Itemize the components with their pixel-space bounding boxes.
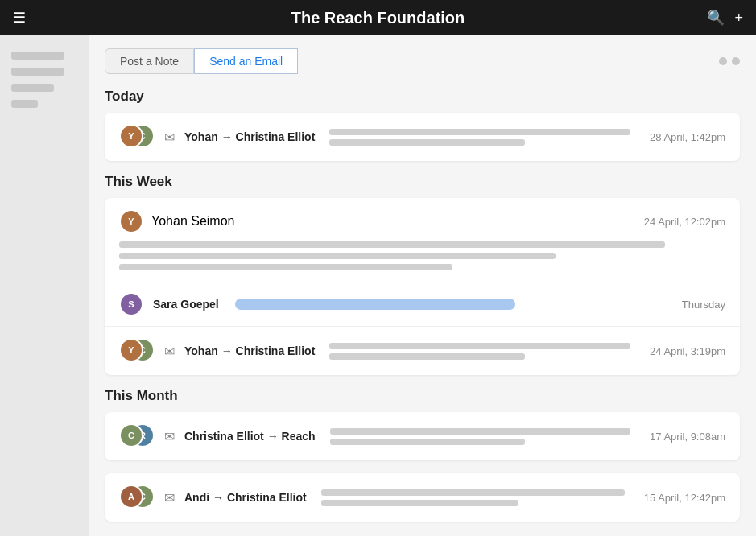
thismonth-card2: A C ✉ Andi → Christina Elliot 15 April, … <box>105 473 740 522</box>
avatar-yohan-w2: Y <box>119 338 143 362</box>
preview-line-w2-1 <box>329 343 630 349</box>
sidebar-placeholder-3 <box>11 84 54 92</box>
avatar-yohan-note: Y <box>119 209 143 233</box>
avatar-andi-m2: A <box>119 484 143 509</box>
add-icon[interactable]: + <box>734 10 743 27</box>
email-preview-today <box>329 129 630 146</box>
tab-send-email[interactable]: Send an Email <box>194 48 298 74</box>
note-author-name-yohan: Yohan Seimon <box>151 214 235 229</box>
avatar-group-month2: A C <box>119 484 155 510</box>
avatar-group-month1: C R <box>119 423 155 449</box>
email-row-today[interactable]: Y C ✉ Yohan → Christina Elliot 28 April,… <box>105 113 740 161</box>
note-lines-yohan <box>119 241 725 270</box>
preview-line-w2-2 <box>329 353 525 360</box>
main-content: Post a Note Send an Email Today Y C ✉ Yo… <box>89 35 756 536</box>
email-from-week2: Yohan → Christina Elliot <box>184 344 315 357</box>
avatar-group-today: Y C <box>119 124 155 150</box>
email-from-today: Yohan → Christina Elliot <box>184 130 315 143</box>
email-time-month2: 15 April, 12:42pm <box>644 492 725 504</box>
task-name-sara: Sara Goepel <box>153 298 219 311</box>
avatar-sara: S <box>119 292 143 316</box>
email-from-month1: Christina Elliot → Reach <box>184 430 316 443</box>
note-line-2 <box>119 253 556 259</box>
section-thisweek-label: This Week <box>105 174 740 190</box>
note-time-yohan: 24 April, 12:02pm <box>644 216 725 228</box>
topbar-right: 🔍 + <box>707 9 743 27</box>
email-preview-week2 <box>329 343 630 360</box>
main-layout: Post a Note Send an Email Today Y C ✉ Yo… <box>0 35 756 536</box>
topbar: ☰ The Reach Foundation 🔍 + <box>0 0 756 35</box>
sidebar-placeholder-2 <box>11 68 64 76</box>
thisweek-card: Y Yohan Seimon 24 April, 12:02pm S Sara … <box>105 198 740 375</box>
email-icon-week2: ✉ <box>164 344 175 359</box>
section-thismonth-label: This Month <box>105 388 740 404</box>
email-row-month2[interactable]: A C ✉ Andi → Christina Elliot 15 April, … <box>105 473 740 522</box>
thismonth-card: C R ✉ Christina Elliot → Reach 17 April,… <box>105 412 740 460</box>
note-author-yohan: Y Yohan Seimon <box>119 209 235 233</box>
tabs-dots <box>719 57 740 65</box>
sidebar-placeholder-4 <box>11 100 38 108</box>
avatar-yohan: Y <box>119 124 143 148</box>
sidebar <box>0 35 89 536</box>
preview-line-m1-2 <box>330 439 526 445</box>
tabs-row: Post a Note Send an Email <box>105 48 740 74</box>
email-icon-month1: ✉ <box>164 429 175 444</box>
email-row-month1[interactable]: C R ✉ Christina Elliot → Reach 17 April,… <box>105 412 740 460</box>
preview-line-1 <box>329 129 630 135</box>
email-row-week2[interactable]: Y C ✉ Yohan → Christina Elliot 24 April,… <box>105 327 740 375</box>
topbar-left: ☰ <box>13 9 26 27</box>
email-preview-month2 <box>321 489 625 506</box>
preview-line-2 <box>329 139 525 146</box>
task-bar-container <box>235 299 666 310</box>
preview-line-m1-1 <box>330 428 630 435</box>
sidebar-placeholder-1 <box>11 52 64 60</box>
tab-post-note[interactable]: Post a Note <box>105 48 194 74</box>
note-header-yohan: Y Yohan Seimon 24 April, 12:02pm <box>119 209 725 233</box>
email-from-month2: Andi → Christina Elliot <box>184 491 307 504</box>
note-row-yohan[interactable]: Y Yohan Seimon 24 April, 12:02pm <box>105 198 740 282</box>
search-icon[interactable]: 🔍 <box>707 9 725 27</box>
avatar-christina-m1: C <box>119 423 143 447</box>
task-day-sara: Thursday <box>682 299 725 311</box>
email-time-week2: 24 April, 3:19pm <box>650 345 725 357</box>
note-line-1 <box>119 241 665 248</box>
app-title: The Reach Foundation <box>291 9 465 27</box>
task-row-sara[interactable]: S Sara Goepel Thursday <box>105 282 740 327</box>
email-icon-today: ✉ <box>164 130 175 145</box>
avatar-group-week2: Y C <box>119 338 155 364</box>
section-today-label: Today <box>105 89 740 105</box>
email-time-month1: 17 April, 9:08am <box>650 431 725 443</box>
email-icon-month2: ✉ <box>164 490 175 505</box>
task-bar <box>235 299 515 310</box>
menu-icon[interactable]: ☰ <box>13 9 26 27</box>
note-line-3 <box>119 264 452 270</box>
preview-line-m2-1 <box>321 489 625 496</box>
email-preview-month1 <box>330 428 630 445</box>
dot-2 <box>732 57 740 65</box>
today-card: Y C ✉ Yohan → Christina Elliot 28 April,… <box>105 113 740 161</box>
preview-line-m2-2 <box>321 500 518 506</box>
dot-1 <box>719 57 727 65</box>
email-time-today: 28 April, 1:42pm <box>650 131 725 143</box>
